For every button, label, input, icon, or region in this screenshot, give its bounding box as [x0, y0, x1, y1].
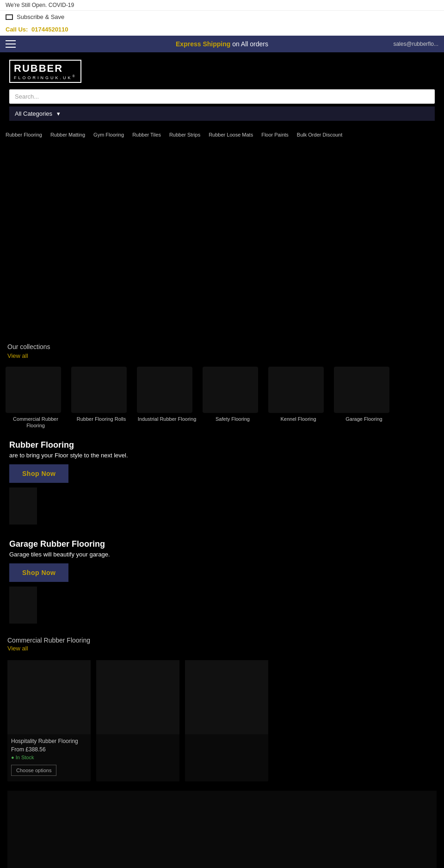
collections-title: Our collections: [7, 343, 50, 350]
product-thumb-1: [7, 660, 91, 734]
chevron-down-icon: ▾: [57, 110, 60, 117]
subscribe-label: Subscribe & Save: [17, 13, 64, 20]
promo2-image: [9, 587, 37, 624]
product-stock-1: In Stock: [7, 755, 91, 760]
nav-floor-paints[interactable]: Floor Paints: [261, 132, 289, 137]
bottom-product-thumb: [7, 791, 437, 868]
collection-item-kennel[interactable]: Kennel Flooring: [268, 367, 328, 429]
collection-thumb-kennel: [268, 367, 324, 413]
collection-thumb-commercial: [6, 367, 61, 413]
commercial-section-title: Commercial Rubber Flooring: [7, 637, 437, 644]
collections-section-header: Our collections: [0, 337, 444, 352]
nav-rubber-tiles[interactable]: Rubber Tiles: [132, 132, 161, 137]
promo-banner-1: Rubber Flooring are to bring your Floor …: [0, 433, 444, 532]
product-thumb-3: [185, 660, 268, 734]
product-thumb-2: [96, 660, 179, 734]
collections-grid: Commercial Rubber Flooring Rubber Floori…: [0, 363, 444, 433]
shop-now-button-2[interactable]: Shop Now: [9, 563, 68, 582]
logo-flooring-text: FLOORINGUK.UK: [14, 75, 73, 80]
product-price-1: From £388.56: [7, 746, 91, 753]
logo-text-rubber: RUBBER: [14, 62, 63, 74]
collection-label-safety: Safety Flooring: [203, 416, 263, 422]
collection-item-garage[interactable]: Garage Flooring: [334, 367, 394, 429]
call-label: Call Us:: [6, 26, 28, 33]
nav-rubber-loose-mats[interactable]: Rubber Loose Mats: [209, 132, 253, 137]
subscribe-bar[interactable]: Subscribe & Save: [0, 10, 444, 23]
nav-links: Rubber Flooring Rubber Matting Gym Floor…: [0, 128, 444, 143]
express-bar: Express Shipping on All orders sales@rub…: [0, 36, 444, 52]
product-card-1: Hospitality Rubber Flooring From £388.56…: [7, 660, 91, 781]
product-card-2: [96, 660, 179, 781]
express-text: Express Shipping on All orders: [176, 40, 268, 48]
collection-thumb-safety: [203, 367, 258, 413]
collection-label-rolls: Rubber Flooring Rolls: [71, 416, 131, 422]
nav-rubber-strips[interactable]: Rubber Strips: [169, 132, 200, 137]
collection-item-industrial[interactable]: Industrial Rubber Flooring: [137, 367, 197, 429]
nav-gym-flooring[interactable]: Gym Flooring: [93, 132, 124, 137]
collection-item-safety[interactable]: Safety Flooring: [203, 367, 263, 429]
call-bar: Call Us: 01744520110: [0, 23, 444, 36]
category-dropdown[interactable]: All Categories ▾: [9, 106, 435, 121]
category-label: All Categories: [15, 110, 52, 117]
covid-notice: We're Still Open. COVID-19: [0, 0, 444, 10]
collections-view-all[interactable]: View all: [0, 352, 444, 363]
collection-thumb-rolls: [71, 367, 127, 413]
commercial-section: Commercial Rubber Flooring View all Hosp…: [0, 631, 444, 791]
promo1-title: Rubber Flooring: [9, 440, 435, 450]
express-bold: Express Shipping: [176, 40, 230, 48]
collection-item-commercial[interactable]: Commercial Rubber Flooring: [6, 367, 66, 429]
collection-thumb-industrial: [137, 367, 192, 413]
collection-label-garage: Garage Flooring: [334, 416, 394, 422]
bottom-product-area: [0, 791, 444, 868]
view-all-label: View all: [7, 352, 28, 359]
product-card-3: [185, 660, 268, 781]
envelope-icon: [6, 14, 13, 20]
promo-banner-2: Garage Rubber Flooring Garage tiles will…: [0, 532, 444, 631]
menu-icon[interactable]: [6, 40, 16, 48]
logo-text-flooring: FLOORINGUK.UK®: [14, 75, 77, 80]
shop-now-button-1[interactable]: Shop Now: [9, 464, 68, 483]
search-bar[interactable]: Search...: [9, 89, 435, 104]
nav-rubber-matting[interactable]: Rubber Matting: [50, 132, 85, 137]
promo1-subtitle: are to bring your Floor style to the nex…: [9, 452, 435, 459]
search-placeholder: Search...: [15, 93, 39, 100]
collection-label-industrial: Industrial Rubber Flooring: [137, 416, 197, 422]
covid-text: We're Still Open. COVID-19: [6, 2, 74, 8]
promo2-title: Garage Rubber Flooring: [9, 539, 435, 549]
phone-number[interactable]: 01744520110: [31, 26, 68, 33]
hero-image-area: [0, 143, 444, 337]
collection-label-commercial: Commercial Rubber Flooring: [6, 416, 66, 429]
promo1-image: [9, 487, 37, 525]
products-row: Hospitality Rubber Flooring From £388.56…: [7, 656, 437, 785]
choose-options-btn-1[interactable]: Choose options: [11, 765, 56, 776]
logo-rubber: RUBBER: [14, 62, 77, 75]
collection-thumb-garage: [334, 367, 389, 413]
logo[interactable]: RUBBER FLOORINGUK.UK®: [9, 60, 81, 83]
nav-rubber-flooring[interactable]: Rubber Flooring: [6, 132, 42, 137]
nav-bulk-order[interactable]: Bulk Order Discount: [297, 132, 342, 137]
header: RUBBER FLOORINGUK.UK® Search... All Cate…: [0, 52, 444, 128]
collection-label-kennel: Kennel Flooring: [268, 416, 328, 422]
express-rest: on All orders: [230, 40, 268, 48]
logo-reg: ®: [73, 75, 77, 78]
email-address: sales@rubberflo...: [393, 41, 438, 47]
product-name-1: Hospitality Rubber Flooring: [7, 738, 91, 744]
collection-item-rolls[interactable]: Rubber Flooring Rolls: [71, 367, 131, 429]
promo2-subtitle: Garage tiles will beautify your garage.: [9, 551, 435, 558]
commercial-view-all[interactable]: View all: [7, 645, 437, 652]
